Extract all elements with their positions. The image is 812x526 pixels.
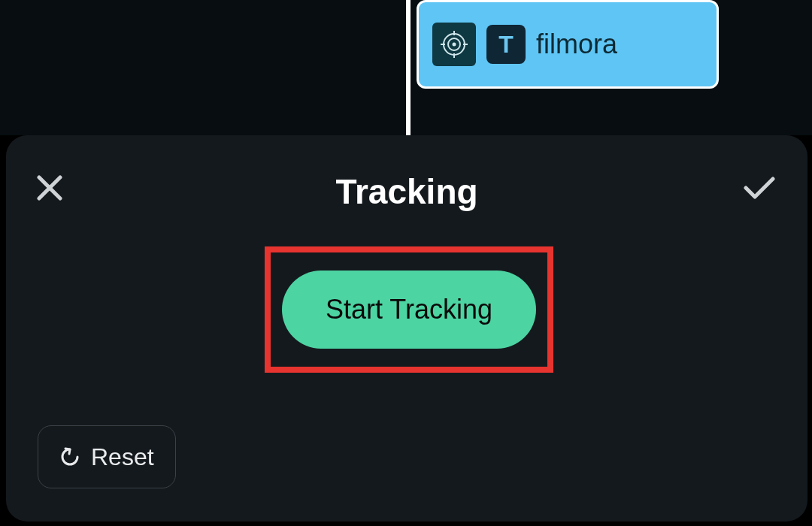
clip-label: filmora [536,29,617,60]
timeline-area: T filmora [0,0,812,135]
start-tracking-button[interactable]: Start Tracking [282,271,536,349]
svg-point-2 [453,43,456,47]
reset-icon [59,446,80,467]
close-button[interactable] [35,173,65,206]
check-icon [741,173,777,203]
close-icon [35,173,65,203]
playhead-divider[interactable] [406,0,411,135]
start-tracking-label: Start Tracking [326,294,492,325]
timeline-clip[interactable]: T filmora [417,0,719,89]
text-icon: T [486,25,526,64]
confirm-button[interactable] [741,173,777,206]
reset-button[interactable]: Reset [38,425,176,488]
reset-label: Reset [91,443,154,471]
panel-title: Tracking [6,171,807,212]
panel-header: Tracking [6,135,807,212]
highlight-annotation: Start Tracking [265,246,553,373]
target-icon [432,23,476,66]
